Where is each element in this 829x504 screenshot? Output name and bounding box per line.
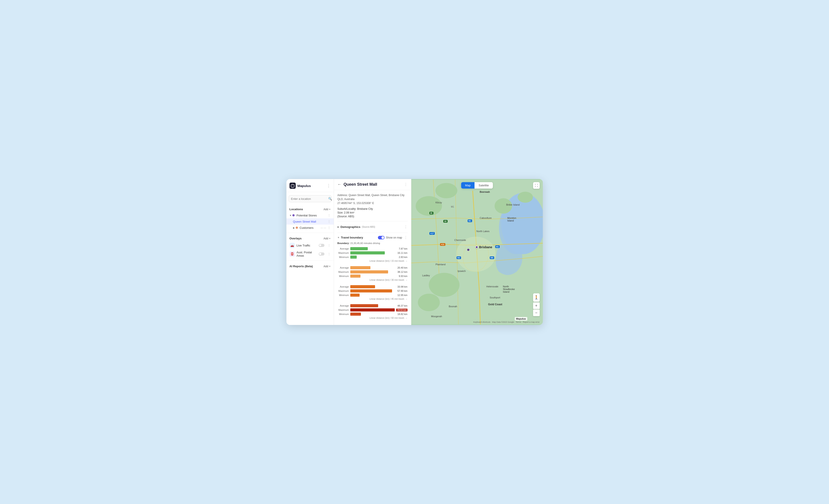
live-traffic-toggle[interactable]	[319, 244, 324, 247]
chart-row-15min-average: Average7.87 km	[337, 247, 407, 250]
bottom-spacer	[337, 323, 407, 325]
map-attribution: Keyboard shortcuts · Map Data ©2023 Goog…	[473, 321, 539, 323]
chart-footer-15min: Linear distance (km) / 15 min travel. →	[337, 260, 407, 262]
bar-container-45min-minimum	[350, 294, 395, 297]
stores-dot	[292, 214, 295, 216]
overlays-add-button[interactable]: Add +	[324, 237, 331, 240]
customers-options-icon[interactable]: ⋮	[328, 226, 331, 229]
bar-30min-minimum	[350, 275, 360, 278]
satellite-tab-button[interactable]: Satellite	[475, 182, 493, 188]
expand-icon: ▼	[290, 214, 292, 217]
fullscreen-button[interactable]: ⛶	[533, 182, 540, 189]
search-box[interactable]: 🔍	[289, 195, 331, 202]
m1-badge2: M1	[468, 219, 472, 222]
bar-45min-minimum	[350, 294, 360, 297]
bar-container-30min-maximum	[350, 271, 395, 274]
live-traffic-options-icon[interactable]: ⋮	[328, 244, 331, 247]
bar-value-45min-minimum: 12.95 km	[397, 294, 407, 296]
queen-street-mall-label: Queen Street Mall	[293, 220, 328, 223]
potential-stores-item[interactable]: ▼ Potential Stores ⋮	[286, 212, 334, 218]
chart-label-30min-minimum: Minimum	[337, 275, 349, 278]
gold-coast-label: Gold Coast	[488, 303, 502, 306]
live-traffic-label: Live Traffic	[297, 244, 317, 247]
chart-label-45min-minimum: Minimum	[337, 294, 349, 296]
aust-postal-toggle[interactable]	[319, 252, 324, 256]
source-row: (Source: ABS)	[337, 215, 407, 218]
queen-street-mall-options-icon[interactable]: ⋮	[328, 220, 331, 223]
chermside-label: Chermside	[455, 239, 466, 241]
stores-options-icon[interactable]: ⋮	[328, 214, 331, 217]
a17-badge: A17	[429, 232, 435, 235]
bar-value-60min-average: 48.37 km	[397, 304, 407, 307]
demographics-title: ▶ Demographics (Source ABS)	[337, 225, 375, 228]
show-on-map-toggle-indicator[interactable]	[378, 236, 385, 240]
customers-expand-icon: ▶	[293, 226, 295, 229]
zoom-in-button[interactable]: +	[533, 302, 540, 309]
bar-45min-maximum	[350, 289, 392, 292]
bar-container-30min-minimum	[350, 275, 397, 278]
sidebar-logo: Mapulus ⋮	[286, 183, 334, 192]
logo-inner: Mapulus	[290, 183, 311, 189]
chart-label-15min-average: Average	[337, 247, 349, 250]
ai-reports-add-button[interactable]: Add +	[324, 265, 331, 268]
kilcoy-label: Kilcoy	[436, 201, 442, 204]
detail-options-icon[interactable]: ⋮	[404, 182, 407, 187]
aust-postal-options-icon[interactable]: ⋮	[328, 252, 331, 256]
customers-label: Customers	[300, 226, 321, 229]
moreton-island-label: MoretonIsland	[507, 217, 516, 222]
suburb-row: Suburb/Locality: Brisbane City	[337, 207, 407, 210]
aust-postal-item[interactable]: 📮 Aust. Postal Areas ⋮	[286, 249, 334, 259]
address-section: Address: Queen Street Mall, Queen Street…	[337, 193, 407, 218]
chart-row-30min-average: Average20.40 km	[337, 266, 407, 269]
bar-60min-minimum	[350, 313, 361, 316]
sidebar-menu-icon[interactable]: ⋮	[327, 183, 331, 188]
section-divider-2	[337, 232, 407, 233]
ipswich-label: Ipswich	[458, 270, 466, 272]
ai-reports-label: AI Reports (Beta)	[290, 264, 313, 268]
svg-point-9	[429, 273, 460, 297]
southport-label: Southport	[490, 296, 500, 299]
map-background: Beerwah Kilcoy Caboolture Bribie Island …	[411, 179, 543, 325]
boundary-description: Boundary: 15,30,45,60 minutes driving	[337, 242, 407, 245]
travel-boundary-options-icon[interactable]: ⋮	[404, 236, 407, 240]
charts-container: Average7.87 kmMaximum16.11 kmMinimum2.83…	[337, 247, 407, 319]
chart-label-60min-minimum: Minimum	[337, 313, 349, 316]
svg-point-6	[435, 183, 457, 198]
travel-boundary-chevron: ▼	[337, 236, 340, 239]
map-tab-button[interactable]: Map	[461, 182, 474, 188]
divider-1	[286, 232, 334, 233]
bar-container-15min-minimum	[350, 256, 397, 259]
locations-add-button[interactable]: Add +	[324, 208, 331, 211]
show-on-map-toggle[interactable]: Show on map	[378, 236, 402, 240]
demographics-source: (Source ABS)	[362, 226, 375, 228]
customers-item[interactable]: ▶ Customers — — ⋮	[286, 225, 334, 231]
chart-row-45min-maximum: Maximum57.90 km	[337, 289, 407, 292]
brisbane-pin: Brisbane	[475, 245, 493, 249]
demographics-options-icon[interactable]: ⋮	[404, 225, 407, 229]
streetview-button[interactable]: 🚶	[533, 293, 540, 302]
bar-container-45min-average	[350, 285, 395, 288]
travel-boundary-header: ▼ Travel boundary Show on map ⋮	[337, 236, 407, 240]
search-icon[interactable]: 🔍	[328, 197, 332, 201]
bar-15min-average	[350, 247, 368, 250]
travel-boundary-actions: Show on map ⋮	[378, 236, 407, 240]
aust-postal-icon: 📮	[290, 251, 295, 257]
chart-label-30min-average: Average	[337, 266, 349, 269]
bar-value-60min-minimum: 18.82 km	[397, 313, 407, 316]
bar-value-15min-average: 7.87 km	[399, 247, 407, 250]
brisbane-pin-dot	[475, 246, 478, 248]
brisbane-city-label: Brisbane	[479, 245, 493, 249]
back-button[interactable]: ←	[337, 182, 341, 187]
queen-street-mall-item[interactable]: Queen Street Mall ⋮	[286, 218, 334, 225]
divider-2	[286, 260, 334, 261]
search-input[interactable]	[291, 197, 328, 201]
chart-group-60min: Average48.37 kmMaximum78.53 kmMinimum18.…	[337, 304, 407, 319]
zoom-out-button[interactable]: −	[533, 310, 540, 316]
demographics-header[interactable]: ▶ Demographics (Source ABS) ⋮	[337, 224, 407, 230]
locations-section-header: Locations Add +	[286, 206, 334, 212]
sidebar: Mapulus ⋮ 🔍 Locations Add + ▼ Potential …	[286, 179, 334, 325]
live-traffic-icon: 🚗	[290, 243, 295, 248]
chart-label-15min-maximum: Maximum	[337, 252, 349, 254]
demographics-chevron: ▶	[337, 226, 339, 228]
live-traffic-item[interactable]: 🚗 Live Traffic ⋮	[286, 241, 334, 249]
